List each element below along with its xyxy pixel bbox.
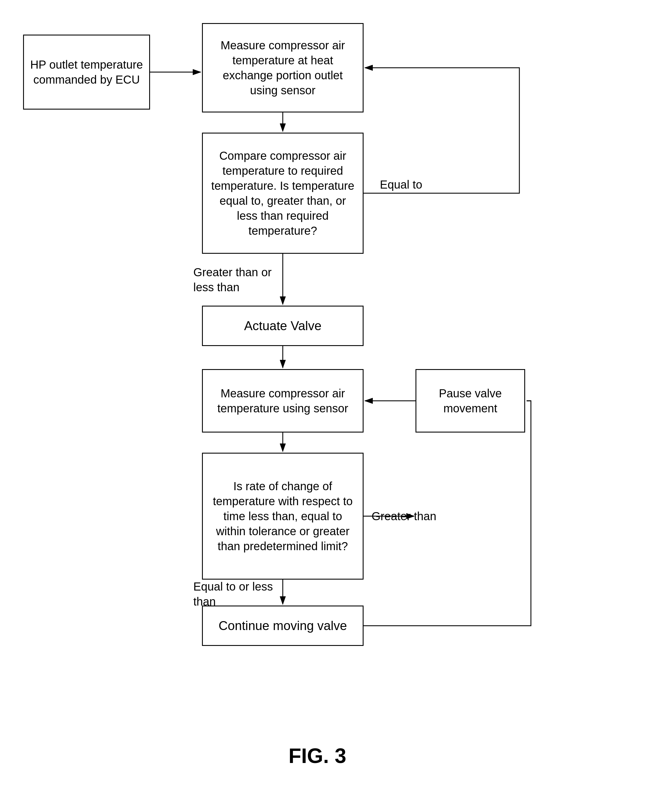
hp-outlet-box: HP outlet temperature commanded by ECU [23,34,150,110]
pause-valve-box: Pause valve movement [416,369,525,433]
compare-temp-box: Compare compressor air temperature to re… [202,133,364,254]
continue-valve-box: Continue moving valve [202,606,364,646]
measure-heat-exchange-box: Measure compressor air temperature at he… [202,23,364,112]
actuate-valve-box: Actuate Valve [202,306,364,346]
rate-of-change-box: Is rate of change of temperature with re… [202,453,364,579]
equal-to-less-label: Equal to or less than [190,582,291,606]
greater-than-less-label: Greater than or less than [190,259,291,300]
figure-label: FIG. 3 [260,744,375,768]
equal-to-label: Equal to [369,173,433,196]
measure-compressor-box: Measure compressor air temperature using… [202,369,364,433]
diagram-container: HP outlet temperature commanded by ECU M… [0,0,657,812]
greater-than-label: Greater than [366,505,441,528]
